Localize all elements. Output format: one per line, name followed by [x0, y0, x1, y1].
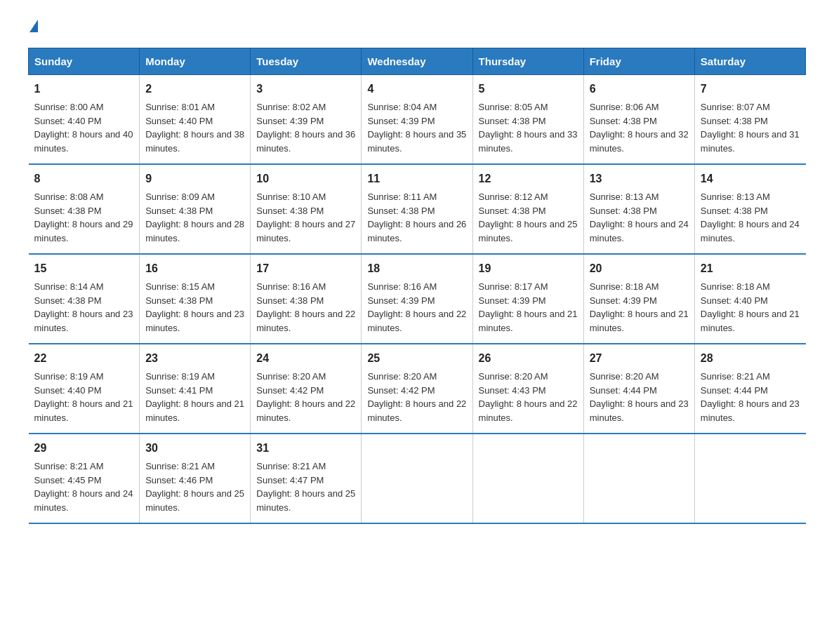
weekday-header-thursday: Thursday	[472, 48, 583, 75]
weekday-header-sunday: Sunday	[29, 48, 140, 75]
day-info: Sunrise: 8:13 AMSunset: 4:38 PMDaylight:…	[701, 192, 800, 243]
day-number: 11	[367, 170, 466, 187]
day-number: 5	[479, 81, 578, 98]
day-cell: 16Sunrise: 8:15 AMSunset: 4:38 PMDayligh…	[140, 254, 251, 344]
day-info: Sunrise: 8:01 AMSunset: 4:40 PMDaylight:…	[145, 102, 244, 154]
weekday-header-row: SundayMondayTuesdayWednesdayThursdayFrid…	[29, 48, 806, 75]
weekday-header-wednesday: Wednesday	[362, 48, 472, 75]
day-cell: 31Sunrise: 8:21 AMSunset: 4:47 PMDayligh…	[251, 434, 362, 523]
day-cell: 30Sunrise: 8:21 AMSunset: 4:46 PMDayligh…	[140, 434, 251, 523]
day-info: Sunrise: 8:17 AMSunset: 4:39 PMDaylight:…	[479, 281, 578, 333]
day-cell: 6Sunrise: 8:06 AMSunset: 4:38 PMDaylight…	[583, 75, 694, 165]
day-number: 13	[590, 170, 689, 187]
day-number: 16	[145, 260, 244, 277]
day-info: Sunrise: 8:21 AMSunset: 4:44 PMDaylight:…	[701, 371, 800, 423]
day-number: 29	[34, 440, 134, 457]
day-number: 17	[256, 260, 355, 277]
day-cell: 21Sunrise: 8:18 AMSunset: 4:40 PMDayligh…	[694, 254, 805, 344]
day-cell: 20Sunrise: 8:18 AMSunset: 4:39 PMDayligh…	[583, 254, 694, 344]
day-cell: 11Sunrise: 8:11 AMSunset: 4:38 PMDayligh…	[362, 164, 472, 254]
day-info: Sunrise: 8:18 AMSunset: 4:40 PMDaylight:…	[701, 281, 800, 333]
day-info: Sunrise: 8:05 AMSunset: 4:38 PMDaylight:…	[479, 102, 578, 154]
day-cell: 13Sunrise: 8:13 AMSunset: 4:38 PMDayligh…	[583, 164, 694, 254]
day-number: 9	[145, 170, 244, 187]
day-info: Sunrise: 8:00 AMSunset: 4:40 PMDaylight:…	[34, 102, 133, 154]
day-info: Sunrise: 8:06 AMSunset: 4:38 PMDaylight:…	[590, 102, 689, 154]
day-number: 21	[701, 260, 800, 277]
day-cell: 4Sunrise: 8:04 AMSunset: 4:39 PMDaylight…	[362, 75, 472, 165]
week-row-5: 29Sunrise: 8:21 AMSunset: 4:45 PMDayligh…	[29, 434, 806, 523]
day-cell: 14Sunrise: 8:13 AMSunset: 4:38 PMDayligh…	[694, 164, 805, 254]
day-cell: 1Sunrise: 8:00 AMSunset: 4:40 PMDaylight…	[29, 75, 140, 165]
day-cell: 9Sunrise: 8:09 AMSunset: 4:38 PMDaylight…	[140, 164, 251, 254]
day-cell: 22Sunrise: 8:19 AMSunset: 4:40 PMDayligh…	[29, 344, 140, 434]
day-number: 12	[479, 170, 578, 187]
day-info: Sunrise: 8:21 AMSunset: 4:47 PMDaylight:…	[256, 461, 355, 513]
calendar-header: SundayMondayTuesdayWednesdayThursdayFrid…	[29, 48, 806, 75]
day-info: Sunrise: 8:13 AMSunset: 4:38 PMDaylight:…	[590, 192, 689, 243]
day-cell: 24Sunrise: 8:20 AMSunset: 4:42 PMDayligh…	[251, 344, 362, 434]
day-number: 1	[34, 81, 134, 98]
day-number: 20	[590, 260, 689, 277]
day-cell: 12Sunrise: 8:12 AMSunset: 4:38 PMDayligh…	[472, 164, 583, 254]
week-row-4: 22Sunrise: 8:19 AMSunset: 4:40 PMDayligh…	[29, 344, 806, 434]
week-row-2: 8Sunrise: 8:08 AMSunset: 4:38 PMDaylight…	[29, 164, 806, 254]
day-number: 8	[34, 170, 134, 187]
day-number: 19	[479, 260, 578, 277]
day-number: 28	[701, 350, 800, 367]
day-number: 30	[145, 440, 244, 457]
day-cell: 10Sunrise: 8:10 AMSunset: 4:38 PMDayligh…	[251, 164, 362, 254]
day-number: 18	[367, 260, 466, 277]
day-number: 25	[367, 350, 466, 367]
logo	[28, 21, 38, 34]
day-cell: 2Sunrise: 8:01 AMSunset: 4:40 PMDaylight…	[140, 75, 251, 165]
day-number: 4	[367, 81, 466, 98]
calendar-body: 1Sunrise: 8:00 AMSunset: 4:40 PMDaylight…	[29, 75, 806, 524]
weekday-header-saturday: Saturday	[694, 48, 805, 75]
day-info: Sunrise: 8:08 AMSunset: 4:38 PMDaylight:…	[34, 192, 133, 243]
day-cell: 5Sunrise: 8:05 AMSunset: 4:38 PMDaylight…	[472, 75, 583, 165]
day-cell: 18Sunrise: 8:16 AMSunset: 4:39 PMDayligh…	[362, 254, 472, 344]
day-info: Sunrise: 8:20 AMSunset: 4:44 PMDaylight:…	[590, 371, 689, 423]
day-info: Sunrise: 8:19 AMSunset: 4:40 PMDaylight:…	[34, 371, 133, 423]
day-number: 24	[256, 350, 355, 367]
day-info: Sunrise: 8:04 AMSunset: 4:39 PMDaylight:…	[367, 102, 466, 154]
day-cell	[583, 434, 694, 523]
day-cell: 23Sunrise: 8:19 AMSunset: 4:41 PMDayligh…	[140, 344, 251, 434]
day-number: 15	[34, 260, 134, 277]
day-number: 2	[145, 81, 244, 98]
weekday-header-friday: Friday	[583, 48, 694, 75]
day-number: 23	[145, 350, 244, 367]
day-cell: 8Sunrise: 8:08 AMSunset: 4:38 PMDaylight…	[29, 164, 140, 254]
day-info: Sunrise: 8:15 AMSunset: 4:38 PMDaylight:…	[145, 281, 244, 333]
day-info: Sunrise: 8:02 AMSunset: 4:39 PMDaylight:…	[256, 102, 355, 154]
week-row-3: 15Sunrise: 8:14 AMSunset: 4:38 PMDayligh…	[29, 254, 806, 344]
day-cell	[472, 434, 583, 523]
day-info: Sunrise: 8:12 AMSunset: 4:38 PMDaylight:…	[479, 192, 578, 243]
day-cell: 25Sunrise: 8:20 AMSunset: 4:42 PMDayligh…	[362, 344, 472, 434]
week-row-1: 1Sunrise: 8:00 AMSunset: 4:40 PMDaylight…	[29, 75, 806, 165]
day-cell: 7Sunrise: 8:07 AMSunset: 4:38 PMDaylight…	[694, 75, 805, 165]
day-number: 7	[701, 81, 800, 98]
day-info: Sunrise: 8:20 AMSunset: 4:42 PMDaylight:…	[367, 371, 466, 423]
day-cell: 27Sunrise: 8:20 AMSunset: 4:44 PMDayligh…	[583, 344, 694, 434]
day-number: 26	[479, 350, 578, 367]
calendar-table: SundayMondayTuesdayWednesdayThursdayFrid…	[28, 48, 806, 524]
day-info: Sunrise: 8:14 AMSunset: 4:38 PMDaylight:…	[34, 281, 133, 333]
day-cell: 29Sunrise: 8:21 AMSunset: 4:45 PMDayligh…	[29, 434, 140, 523]
day-cell: 26Sunrise: 8:20 AMSunset: 4:43 PMDayligh…	[472, 344, 583, 434]
day-cell: 28Sunrise: 8:21 AMSunset: 4:44 PMDayligh…	[694, 344, 805, 434]
day-info: Sunrise: 8:18 AMSunset: 4:39 PMDaylight:…	[590, 281, 689, 333]
day-info: Sunrise: 8:19 AMSunset: 4:41 PMDaylight:…	[145, 371, 244, 423]
page-header	[28, 21, 806, 34]
day-info: Sunrise: 8:16 AMSunset: 4:39 PMDaylight:…	[367, 281, 466, 333]
day-info: Sunrise: 8:20 AMSunset: 4:43 PMDaylight:…	[479, 371, 578, 423]
day-cell	[362, 434, 472, 523]
day-number: 31	[256, 440, 355, 457]
logo-triangle-icon	[29, 20, 38, 32]
day-number: 14	[701, 170, 800, 187]
day-info: Sunrise: 8:16 AMSunset: 4:38 PMDaylight:…	[256, 281, 355, 333]
day-info: Sunrise: 8:07 AMSunset: 4:38 PMDaylight:…	[701, 102, 800, 154]
day-cell: 15Sunrise: 8:14 AMSunset: 4:38 PMDayligh…	[29, 254, 140, 344]
day-info: Sunrise: 8:21 AMSunset: 4:45 PMDaylight:…	[34, 461, 133, 513]
